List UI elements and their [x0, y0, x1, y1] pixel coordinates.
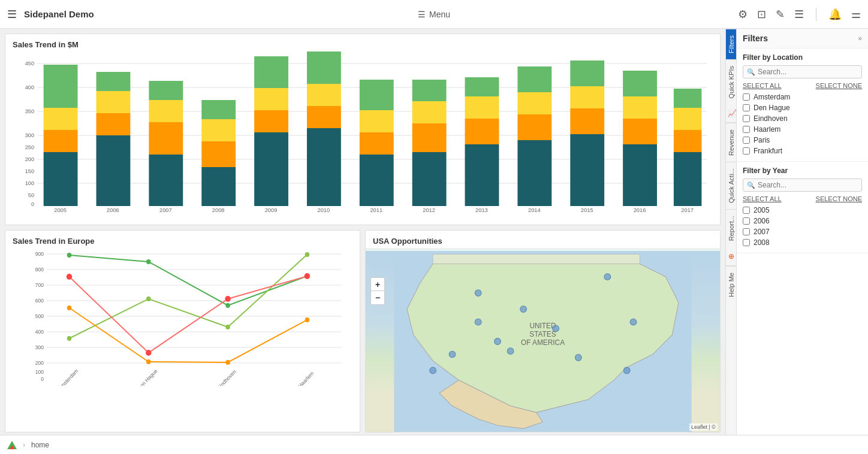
year-check-2008[interactable]: [743, 239, 750, 246]
location-check-eindhoven[interactable]: [743, 115, 750, 122]
tab-quick-actions[interactable]: Quick Acti...: [726, 162, 736, 209]
year-filter-section: Filter by Year 🔍 SELECT ALL SELECT NONE …: [737, 162, 868, 253]
svg-point-115: [67, 305, 72, 310]
svg-rect-38: [254, 88, 288, 110]
tab-filters[interactable]: Filters: [726, 29, 736, 59]
svg-point-131: [575, 355, 581, 361]
svg-rect-53: [412, 101, 447, 123]
tab-revenue[interactable]: Revenue: [726, 123, 736, 162]
svg-text:2015: 2015: [581, 207, 593, 213]
location-label-eindhoven: Eindhoven: [754, 114, 788, 123]
location-check-frankfurt[interactable]: [743, 147, 750, 155]
year-select-all[interactable]: SELECT ALL: [743, 195, 782, 202]
svg-text:200: 200: [25, 156, 35, 162]
location-check-paris[interactable]: [743, 137, 750, 144]
menu-button[interactable]: ☰ Menu: [418, 10, 450, 19]
list-icon[interactable]: ☰: [794, 8, 804, 21]
svg-text:100: 100: [35, 369, 44, 375]
year-item-2007[interactable]: 2007: [743, 226, 862, 237]
svg-rect-64: [517, 66, 551, 92]
location-check-amsterdam[interactable]: [743, 93, 750, 101]
svg-point-104: [146, 259, 151, 264]
location-select-row: SELECT ALL SELECT NONE: [743, 82, 862, 89]
tab-help-icon[interactable]: ⊕: [726, 247, 736, 266]
location-item-amsterdam[interactable]: Amsterdam: [743, 92, 862, 102]
svg-rect-41: [307, 128, 341, 206]
expand-button[interactable]: »: [858, 34, 862, 43]
svg-rect-16: [44, 152, 78, 206]
svg-text:2010: 2010: [318, 207, 330, 213]
svg-rect-37: [254, 110, 288, 132]
svg-rect-31: [201, 167, 236, 206]
year-select-row: SELECT ALL SELECT NONE: [743, 195, 862, 202]
year-label-2007: 2007: [754, 228, 770, 236]
svg-text:2007: 2007: [159, 207, 172, 213]
location-item-eindhoven[interactable]: Eindhoven: [743, 113, 862, 124]
svg-text:2013: 2013: [475, 207, 488, 213]
location-item-haarlem[interactable]: Haarlem: [743, 124, 862, 135]
svg-rect-36: [254, 132, 288, 206]
svg-rect-18: [44, 108, 78, 130]
tab-help[interactable]: Help Me: [726, 266, 736, 303]
svg-text:300: 300: [35, 344, 44, 350]
year-select-none[interactable]: SELECT NONE: [816, 195, 862, 202]
zoom-out-button[interactable]: −: [371, 291, 384, 304]
year-label-2005: 2005: [754, 206, 770, 214]
year-check-2005[interactable]: [743, 207, 750, 214]
year-search[interactable]: 🔍: [743, 178, 862, 192]
edit-icon[interactable]: ✎: [776, 8, 785, 21]
zoom-in-button[interactable]: +: [371, 278, 384, 291]
year-label-2008: 2008: [754, 238, 770, 247]
location-label-amsterdam: Amsterdam: [754, 93, 790, 101]
svg-point-110: [305, 252, 310, 257]
location-select-none[interactable]: SELECT NONE: [816, 82, 862, 89]
svg-text:350: 350: [25, 108, 35, 114]
location-label-haarlem: Haarlem: [754, 125, 780, 134]
year-search-input[interactable]: [758, 181, 858, 189]
location-item-frankfurt[interactable]: Frankfurt: [743, 146, 862, 156]
year-item-2006[interactable]: 2006: [743, 216, 862, 226]
tab-report[interactable]: Report...: [726, 209, 736, 247]
nav-divider: [816, 8, 816, 21]
location-search-input[interactable]: [758, 68, 858, 76]
svg-text:0: 0: [41, 376, 44, 382]
svg-text:STATES: STATES: [529, 330, 556, 338]
svg-text:700: 700: [35, 282, 44, 288]
location-check-haarlem[interactable]: [743, 126, 750, 133]
location-filter-section: Filter by Location 🔍 SELECT ALL SELECT N…: [737, 49, 868, 162]
location-item-denhague[interactable]: Den Hague: [743, 102, 862, 113]
camera-icon[interactable]: ⊡: [757, 8, 766, 21]
svg-rect-54: [412, 80, 447, 101]
map-zoom-controls[interactable]: + −: [370, 277, 385, 305]
tab-quick-kpis[interactable]: Quick KPIs: [726, 59, 736, 104]
year-item-2005[interactable]: 2005: [743, 205, 862, 216]
svg-rect-46: [360, 155, 394, 206]
svg-rect-21: [97, 135, 131, 206]
year-check-2006[interactable]: [743, 217, 750, 225]
location-label-frankfurt: Frankfurt: [754, 147, 782, 155]
location-search[interactable]: 🔍: [743, 65, 862, 78]
svg-text:800: 800: [35, 267, 44, 273]
right-panel: Filters » Filter by Location 🔍 SELECT AL…: [736, 29, 868, 435]
svg-rect-43: [307, 84, 341, 106]
location-select-all[interactable]: SELECT ALL: [743, 82, 782, 89]
tab-revenue-icon[interactable]: 📈: [726, 104, 736, 123]
settings-icon[interactable]: ⚙: [738, 8, 748, 21]
hamburger-icon[interactable]: ☰: [7, 8, 17, 21]
year-item-2008[interactable]: 2008: [743, 237, 862, 248]
panel-header: Filters »: [737, 29, 868, 49]
svg-point-109: [225, 325, 230, 329]
location-check-denhague[interactable]: [743, 104, 750, 111]
sliders-icon[interactable]: ⚌: [851, 8, 861, 21]
svg-text:OF AMERICA: OF AMERICA: [521, 338, 565, 347]
svg-rect-44: [307, 52, 341, 84]
location-item-paris[interactable]: Paris: [743, 135, 862, 146]
svg-point-129: [507, 348, 514, 355]
svg-rect-29: [149, 81, 183, 100]
svg-point-125: [520, 306, 527, 313]
home-link[interactable]: home: [31, 441, 49, 449]
svg-rect-67: [570, 108, 604, 134]
year-check-2007[interactable]: [743, 228, 750, 235]
bell-icon[interactable]: 🔔: [828, 8, 842, 21]
svg-point-114: [305, 273, 310, 279]
